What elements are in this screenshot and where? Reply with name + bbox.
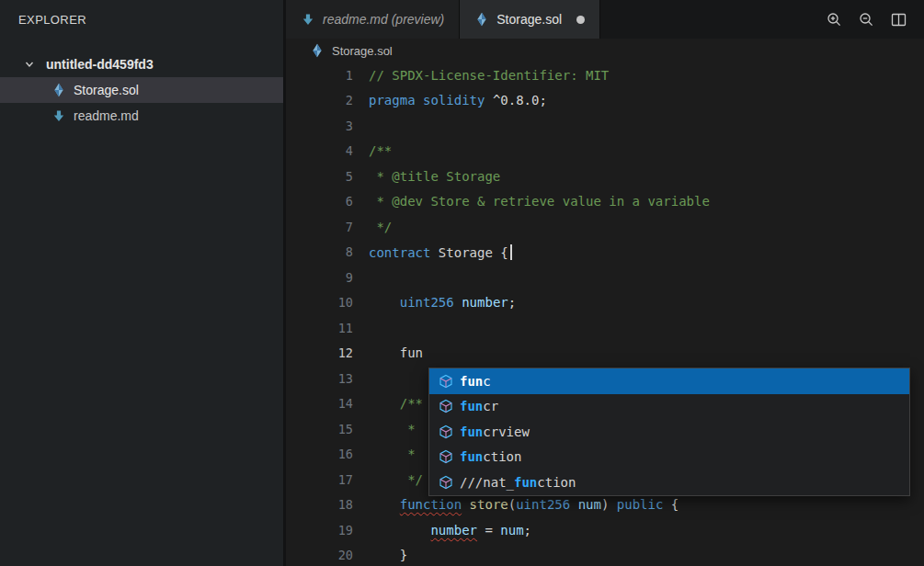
line-number: 12 bbox=[286, 345, 369, 360]
suggestion-nat-function[interactable]: ///nat_function bbox=[429, 470, 909, 495]
suggestion-text-post: ction bbox=[537, 475, 576, 490]
suggestion-match: fun bbox=[460, 424, 483, 439]
explorer-file-list: Storage.solreadme.md bbox=[0, 77, 283, 129]
code-token: * @dev Store & retrieve value in a varia… bbox=[369, 194, 710, 209]
line-number: 15 bbox=[286, 422, 369, 436]
file-row-readme-md[interactable]: readme.md bbox=[0, 103, 283, 129]
code-line-6[interactable]: 6 * @dev Store & retrieve value in a var… bbox=[286, 189, 924, 215]
zoom-in-button[interactable] bbox=[824, 9, 845, 30]
code-token: * bbox=[369, 422, 416, 436]
editor-group: readme.md (preview)Storage.sol bbox=[286, 0, 924, 566]
breadcrumb-file: Storage.sol bbox=[332, 44, 393, 58]
line-number: 1 bbox=[286, 68, 369, 83]
code-token: ; bbox=[508, 295, 516, 310]
code-token: Storage { bbox=[430, 245, 508, 260]
code-token: solidity bbox=[423, 93, 485, 108]
code-token bbox=[416, 93, 423, 108]
code-token: * @title Storage bbox=[369, 169, 500, 184]
editor-actions bbox=[824, 0, 924, 39]
line-text: uint256 number; bbox=[369, 295, 516, 310]
code-line-8[interactable]: 8contract Storage { bbox=[286, 240, 924, 266]
vscode-window: EXPLORER untitled-dd459fd3 Storage.solre… bbox=[0, 0, 924, 566]
suggestion-function[interactable]: function bbox=[429, 445, 909, 470]
code-token: store bbox=[470, 497, 508, 512]
line-number: 16 bbox=[286, 447, 369, 461]
code-token: ) bbox=[601, 497, 617, 512]
suggestion-label: ///nat_function bbox=[460, 475, 576, 490]
line-text: * @dev Store & retrieve value in a varia… bbox=[369, 194, 710, 209]
suggestion-text-post: c bbox=[483, 374, 490, 389]
line-number: 18 bbox=[286, 497, 369, 512]
file-row-storage-sol[interactable]: Storage.sol bbox=[0, 77, 283, 103]
code-line-4[interactable]: 4/** bbox=[286, 139, 924, 164]
line-text: } bbox=[369, 548, 407, 562]
symbol-cube-icon bbox=[439, 374, 453, 389]
zoom-out-button[interactable] bbox=[856, 9, 877, 30]
code-token: */ bbox=[369, 472, 423, 487]
folder-row-untitled[interactable]: untitled-dd459fd3 bbox=[0, 51, 283, 77]
code-line-3[interactable]: 3 bbox=[286, 113, 924, 139]
markdown-icon bbox=[301, 12, 315, 27]
line-number: 20 bbox=[286, 548, 369, 562]
explorer-title: EXPLORER bbox=[0, 0, 283, 39]
code-token: ^0.8.0; bbox=[485, 93, 546, 108]
code-line-10[interactable]: 10 uint256 number; bbox=[286, 290, 924, 316]
line-text: * bbox=[369, 447, 416, 461]
code-editor[interactable]: 1// SPDX-License-Identifier: MIT2pragma … bbox=[286, 62, 924, 566]
code-token: // SPDX-License-Identifier: MIT bbox=[369, 68, 609, 83]
solidity-icon bbox=[474, 12, 489, 27]
line-number: 13 bbox=[286, 371, 369, 386]
code-token: * bbox=[369, 447, 416, 461]
code-token bbox=[369, 523, 430, 538]
code-token bbox=[454, 295, 462, 310]
code-line-7[interactable]: 7 */ bbox=[286, 214, 924, 240]
code-line-12[interactable]: 12 fun bbox=[286, 341, 924, 367]
line-text: number = num; bbox=[369, 523, 531, 538]
code-line-1[interactable]: 1// SPDX-License-Identifier: MIT bbox=[286, 62, 924, 88]
symbol-cube-icon bbox=[439, 399, 453, 413]
breadcrumb[interactable]: Storage.sol bbox=[286, 39, 924, 62]
line-number: 7 bbox=[286, 220, 369, 234]
code-line-18[interactable]: 18 function store(uint256 num) public { bbox=[286, 492, 924, 518]
code-token: num bbox=[578, 497, 601, 512]
tab-readme-md-preview[interactable]: readme.md (preview) bbox=[286, 0, 460, 39]
code-token: ; bbox=[524, 523, 531, 538]
code-line-11[interactable]: 11 bbox=[286, 315, 924, 341]
suggestion-match: fun bbox=[514, 475, 537, 490]
explorer-sidebar: EXPLORER untitled-dd459fd3 Storage.solre… bbox=[0, 0, 286, 566]
suggestion-match: fun bbox=[460, 399, 483, 413]
code-token: contract bbox=[369, 245, 430, 260]
line-text: pragma solidity ^0.8.0; bbox=[369, 93, 547, 108]
line-number: 3 bbox=[286, 119, 369, 133]
suggestion-funcr[interactable]: funcr bbox=[429, 394, 909, 420]
markdown-icon bbox=[51, 108, 66, 123]
line-number: 19 bbox=[286, 523, 369, 538]
code-token: pragma bbox=[369, 93, 416, 108]
code-line-19[interactable]: 19 number = num; bbox=[286, 517, 924, 543]
code-token: public bbox=[617, 497, 664, 512]
code-line-2[interactable]: 2pragma solidity ^0.8.0; bbox=[286, 88, 924, 114]
line-number: 10 bbox=[286, 295, 369, 310]
code-token: ( bbox=[508, 497, 516, 512]
code-line-20[interactable]: 20 } bbox=[286, 543, 924, 566]
line-text: /** bbox=[369, 396, 423, 411]
symbol-cube-icon bbox=[439, 424, 453, 439]
line-number: 4 bbox=[286, 143, 369, 158]
tab-bar-tabs: readme.md (preview)Storage.sol bbox=[286, 0, 600, 39]
suggestion-match: fun bbox=[460, 449, 483, 464]
line-text: /** bbox=[369, 143, 392, 158]
split-editor-button[interactable] bbox=[888, 9, 909, 30]
suggestion-func[interactable]: func bbox=[429, 368, 909, 394]
tab-storage-sol[interactable]: Storage.sol bbox=[460, 0, 600, 39]
code-token: */ bbox=[369, 220, 392, 234]
line-text: contract Storage { bbox=[369, 244, 512, 260]
line-number: 9 bbox=[286, 270, 369, 285]
suggestion-text-post: cr bbox=[483, 399, 498, 413]
code-line-5[interactable]: 5 * @title Storage bbox=[286, 164, 924, 189]
suggest-widget: funcfuncrfuncrviewfunction///nat_functio… bbox=[428, 368, 910, 496]
folder-name: untitled-dd459fd3 bbox=[46, 57, 154, 72]
suggestion-funcrview[interactable]: funcrview bbox=[429, 419, 909, 445]
line-number: 8 bbox=[286, 244, 369, 259]
suggestion-text-post: ction bbox=[483, 449, 521, 464]
code-line-9[interactable]: 9 bbox=[286, 265, 924, 290]
